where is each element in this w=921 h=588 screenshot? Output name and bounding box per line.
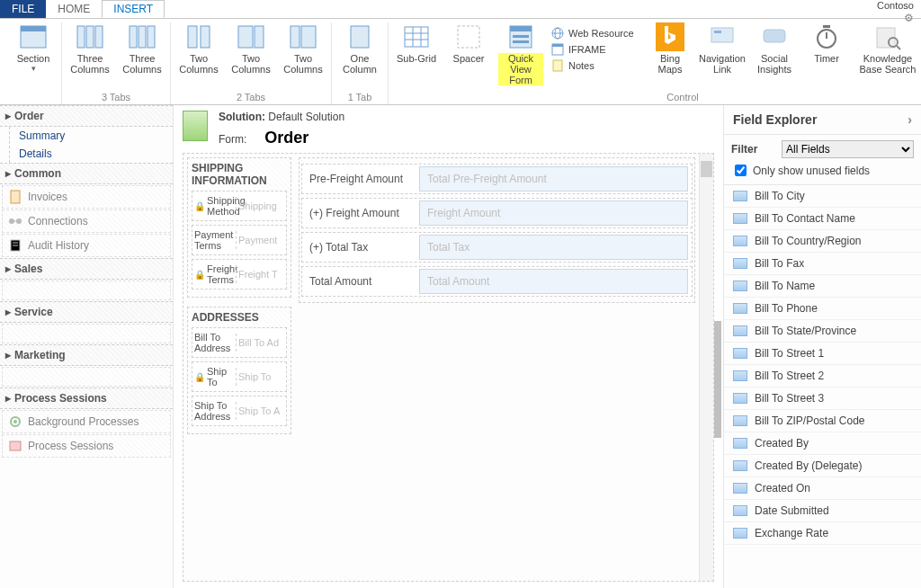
field-explorer-item[interactable]: Bill To City [724, 185, 921, 208]
totals-label: (+) Total Tax [302, 234, 419, 261]
canvas-scrollbar[interactable] [699, 154, 713, 581]
nav-marketing-placeholder[interactable] [2, 367, 171, 387]
field-row[interactable]: Bill To AddressBill To Ad [192, 327, 287, 358]
field-placeholder[interactable]: Shipping [236, 197, 286, 215]
svg-rect-5 [130, 26, 137, 48]
svg-rect-31 [656, 22, 684, 51]
field-explorer-title: Field Explorer [733, 112, 817, 127]
nav-details[interactable]: Details [10, 145, 173, 163]
bing-icon [656, 22, 684, 51]
ribbon-bing-maps[interactable]: Bing Maps [648, 22, 693, 85]
field-placeholder[interactable]: Freight T [236, 265, 286, 283]
ribbon-two-cols-a[interactable]: Two Columns [176, 22, 221, 75]
ribbon-section[interactable]: Section ▾ [11, 22, 56, 73]
ribbon-quick-view-form[interactable]: Quick View Form [498, 22, 543, 85]
nav-head-service[interactable]: ▸ Service [0, 301, 173, 323]
tab-home[interactable]: HOME [46, 0, 102, 18]
totals-row[interactable]: Total AmountTotal Amount [301, 266, 693, 297]
org-settings-icon[interactable]: ⚙ [904, 12, 914, 24]
only-unused-checkbox[interactable]: Only show unused fields [731, 162, 914, 179]
field-explorer-item[interactable]: Bill To Fax [724, 253, 921, 275]
totals-row[interactable]: Pre-Freight AmountTotal Pre-Freight Amou… [301, 164, 693, 194]
only-unused-check-input[interactable] [735, 165, 747, 176]
ribbon-one-col[interactable]: One Column [337, 22, 382, 75]
nav-sales-placeholder[interactable] [2, 281, 171, 300]
totals-row[interactable]: (+) Freight AmountFreight Amount [301, 198, 693, 228]
svg-rect-37 [823, 25, 830, 28]
tab-file[interactable]: FILE [0, 0, 46, 18]
filter-select[interactable]: All Fields [782, 140, 914, 158]
section-addresses[interactable]: ADDRESSES Bill To AddressBill To Ad🔒Ship… [187, 307, 291, 434]
chevron-right-icon[interactable]: › [908, 112, 912, 127]
nav-connections[interactable]: Connections [2, 209, 171, 233]
field-explorer-item[interactable]: Created By (Delegate) [724, 455, 921, 477]
field-explorer-item-label: Bill To Street 2 [755, 370, 824, 382]
field-explorer-item[interactable]: Date Submitted [724, 500, 921, 522]
field-row[interactable]: 🔒Freight TermsFreight T [192, 259, 287, 290]
field-explorer-item[interactable]: Created By [724, 432, 921, 455]
section-totals[interactable]: Pre-Freight AmountTotal Pre-Freight Amou… [299, 157, 695, 303]
field-row[interactable]: 🔒Ship ToShip To [192, 361, 287, 392]
nav-summary[interactable]: Summary [10, 127, 173, 145]
svg-rect-34 [764, 30, 785, 42]
ribbon-kb-search[interactable]: Knowledge Base Search [856, 22, 919, 85]
ribbon: Section ▾ Three Columns Three Columns 3 … [0, 19, 921, 105]
field-explorer-item[interactable]: Bill To Country/Region [724, 230, 921, 253]
ribbon-spacer[interactable]: Spacer [446, 22, 491, 85]
three-columns-icon [76, 22, 104, 51]
field-explorer-item[interactable]: Bill To Name [724, 275, 921, 298]
totals-row[interactable]: (+) Total TaxTotal Tax [301, 232, 693, 263]
ribbon-two-cols-b[interactable]: Two Columns [228, 22, 273, 75]
field-explorer-item[interactable]: Created On [724, 477, 921, 500]
field-row[interactable]: 🔒Shipping MethodShipping [192, 191, 287, 221]
totals-placeholder[interactable]: Total Amount [419, 269, 688, 294]
nav-head-order[interactable]: ▸ Order [0, 105, 173, 127]
totals-placeholder[interactable]: Total Tax [419, 235, 688, 260]
field-explorer-item[interactable]: Bill To State/Province [724, 320, 921, 343]
field-explorer-item-label: Bill To Street 1 [755, 347, 824, 360]
ribbon-three-cols-a[interactable]: Three Columns [67, 22, 112, 75]
field-placeholder[interactable]: Bill To Ad [236, 334, 286, 352]
totals-placeholder[interactable]: Total Pre-Freight Amount [419, 166, 688, 192]
svg-line-40 [897, 46, 900, 49]
ribbon-web-resource[interactable]: Web Resource [550, 26, 640, 40]
field-explorer-item[interactable]: Bill To Street 3 [724, 388, 921, 410]
ribbon-subgrid[interactable]: Sub-Grid [394, 22, 439, 85]
field-label: 🔒Freight Terms [192, 260, 236, 289]
tab-insert[interactable]: INSERT [102, 0, 165, 18]
nav-head-common[interactable]: ▸ Common [0, 163, 173, 184]
field-explorer-item[interactable]: Bill To Contact Name [724, 208, 921, 230]
field-placeholder[interactable]: Ship To [236, 368, 286, 386]
ribbon-social-insights[interactable]: Social Insights [752, 22, 797, 85]
field-placeholder[interactable]: Payment [236, 231, 286, 249]
field-explorer-item[interactable]: Exchange Rate [724, 522, 921, 545]
ribbon-three-cols-b[interactable]: Three Columns [120, 22, 165, 75]
nav-head-sales[interactable]: ▸ Sales [0, 258, 173, 280]
ribbon-nav-link[interactable]: Navigation Link [700, 22, 745, 85]
section-shipping-info[interactable]: SHIPPING INFORMATION 🔒Shipping MethodShi… [187, 157, 291, 298]
svg-rect-3 [86, 26, 94, 48]
field-explorer-item[interactable]: Bill To Phone [724, 298, 921, 320]
nav-bg-processes[interactable]: Background Processes [2, 410, 171, 433]
ribbon-timer[interactable]: Timer [804, 22, 849, 85]
nav-audit[interactable]: Audit History [2, 234, 171, 257]
ribbon-iframe[interactable]: IFRAME [550, 42, 640, 57]
nav-service-placeholder[interactable] [2, 324, 171, 343]
field-explorer-item[interactable]: Bill To Street 1 [724, 343, 921, 365]
field-explorer-item[interactable]: Bill To ZIP/Postal Code [724, 410, 921, 432]
nav-head-marketing[interactable]: ▸ Marketing [0, 344, 173, 366]
ribbon-two-cols-c[interactable]: Two Columns [281, 22, 326, 75]
nav-head-ps[interactable]: ▸ Process Sessions [0, 388, 173, 409]
field-explorer-item[interactable]: Bill To Street 2 [724, 365, 921, 388]
nav-invoices[interactable]: Invoices [2, 185, 171, 209]
ribbon-notes[interactable]: Notes [550, 58, 640, 73]
svg-rect-8 [188, 26, 197, 48]
field-explorer-item-label: Bill To Contact Name [755, 212, 855, 225]
center-outer-scrollbar[interactable] [714, 105, 721, 588]
field-row[interactable]: Ship To AddressShip To A [192, 396, 287, 426]
field-row[interactable]: Payment TermsPayment [192, 225, 287, 255]
nav-process-sessions[interactable]: Process Sessions [2, 434, 171, 458]
field-icon [733, 213, 747, 224]
totals-placeholder[interactable]: Freight Amount [419, 200, 688, 226]
field-placeholder[interactable]: Ship To A [236, 402, 286, 420]
